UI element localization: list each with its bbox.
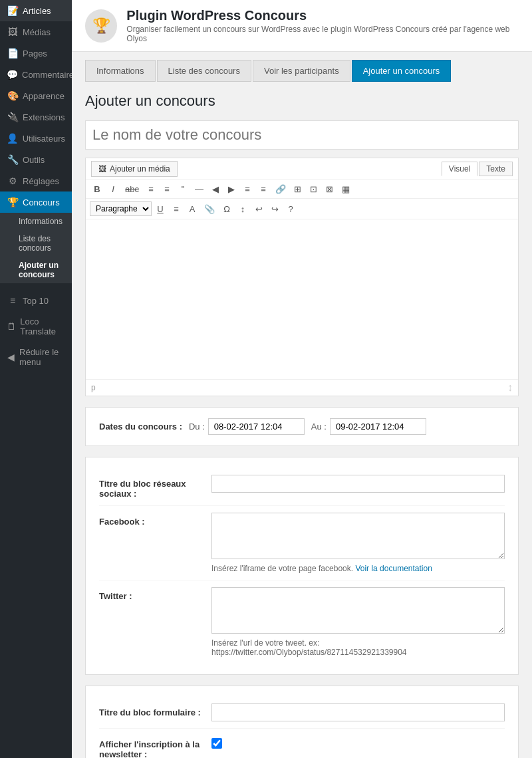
sidebar-subitem-informations[interactable]: Informations <box>0 213 72 230</box>
tab-informations[interactable]: Informations <box>85 60 156 82</box>
format-select[interactable]: Paragraphe <box>90 201 152 216</box>
sidebar-item-label: Apparence <box>23 91 65 101</box>
date-au-group: Au : <box>311 418 426 435</box>
editor-toolbar-row1: B I abc ≡ ≡ " — ◀ ▶ ≡ ≡ 🔗 ⊞ ⊡ ⊠ ▦ <box>86 180 518 199</box>
plugin-logo: 🏆 <box>85 9 117 43</box>
sidebar-item-label: Utilisateurs <box>23 134 65 144</box>
date-au-input[interactable] <box>330 418 426 435</box>
sidebar-item-label: Articles <box>23 6 51 16</box>
social-titre-row: Titre du bloc réseaux sociaux : <box>99 468 505 506</box>
sidebar-subitem-ajouter-un-concours[interactable]: Ajouter un concours <box>0 257 72 283</box>
align-right-button[interactable]: ≡ <box>240 183 255 195</box>
dates-row: Dates du concours : Du : Au : <box>99 418 505 435</box>
tab-liste-des-concours[interactable]: Liste des concours <box>157 60 251 82</box>
twitter-field: Insérez l'url de votre tweet. ex: https:… <box>211 587 505 657</box>
sidebar-item-articles[interactable]: 📝 Articles <box>0 0 72 21</box>
concours-submenu: Informations Liste des concours Ajouter … <box>0 213 72 283</box>
sidebar-item-commentaires[interactable]: 💬 Commentaires <box>0 64 72 85</box>
justify-button[interactable]: ≡ <box>169 203 184 215</box>
sidebar-item-loco-translate[interactable]: 🗒 Loco Translate <box>0 311 72 342</box>
sidebar-item-label: Outils <box>23 155 45 165</box>
sidebar-item-label: Réduire le menu <box>19 347 65 367</box>
ordered-list-button[interactable]: ≡ <box>160 183 174 195</box>
insert-more-button[interactable]: ⊞ <box>291 183 305 195</box>
commentaires-icon: 💬 <box>7 69 18 80</box>
editor-body[interactable] <box>86 219 518 379</box>
editor-toolbar-row2: Paragraphe U ≡ A 📎 Ω ↕ ↩ ↪ ? <box>86 199 518 219</box>
underline-button[interactable]: U <box>153 203 168 215</box>
add-media-button[interactable]: 🖼 Ajouter un média <box>91 161 178 177</box>
paste-button[interactable]: 📎 <box>201 203 218 215</box>
date-du-group: Du : <box>189 418 305 435</box>
sidebar-item-outils[interactable]: 🔧 Outils <box>0 149 72 170</box>
kitchen-sink-button[interactable]: ▦ <box>338 183 353 195</box>
sidebar-item-reglages[interactable]: ⚙ Réglages <box>0 170 72 191</box>
sidebar-item-concours[interactable]: 🏆 Concours <box>0 191 72 213</box>
date-du-input[interactable] <box>208 418 305 435</box>
sidebar-item-pages[interactable]: 📄 Pages <box>0 43 72 64</box>
social-titre-input[interactable] <box>211 475 505 493</box>
fullscreen-button[interactable]: ⊠ <box>323 183 337 195</box>
facebook-doc-link[interactable]: Voir la documentation <box>355 564 432 573</box>
sidebar-item-utilisateurs[interactable]: 👤 Utilisateurs <box>0 128 72 149</box>
align-justify-button[interactable]: ≡ <box>256 183 271 195</box>
align-left-button[interactable]: ◀ <box>208 183 223 195</box>
sidebar-item-reduire-menu[interactable]: ◀ Réduire le menu <box>0 342 72 372</box>
articles-icon: 📝 <box>7 5 19 16</box>
contest-name-input[interactable] <box>85 120 519 150</box>
bold-button[interactable]: B <box>90 183 104 195</box>
sidebar-item-label: Concours <box>23 197 60 207</box>
facebook-label: Facebook : <box>99 513 202 527</box>
twitter-label: Twitter : <box>99 587 202 601</box>
special-char-button[interactable]: Ω <box>219 203 234 215</box>
tab-ajouter-un-concours[interactable]: Ajouter un concours <box>352 60 452 82</box>
social-titre-field <box>211 475 505 493</box>
newsletter-checkbox-group <box>211 735 505 749</box>
sidebar-item-top10[interactable]: ≡ Top 10 <box>0 290 72 311</box>
twitter-textarea[interactable] <box>211 587 505 634</box>
sidebar-item-apparence[interactable]: 🎨 Apparence <box>0 85 72 106</box>
twitter-row: Twitter : Insérez l'url de votre tweet. … <box>99 580 505 664</box>
align-center-button[interactable]: ▶ <box>224 183 239 195</box>
plugin-logo-icon: 🏆 <box>92 17 110 35</box>
text-view-button[interactable]: Texte <box>479 162 513 176</box>
reglages-icon: ⚙ <box>7 176 19 186</box>
editor-resize-handle[interactable]: ↕ <box>507 382 513 394</box>
page-content: Ajouter un concours 🖼 Ajouter un média V… <box>72 82 532 758</box>
editor-view-buttons: Visuel Texte <box>442 162 513 176</box>
page-title: Ajouter un concours <box>85 92 519 110</box>
plugin-title: Plugin WordPress Concours <box>126 8 519 23</box>
facebook-textarea[interactable] <box>211 513 505 559</box>
facebook-hint: Insérez l'iframe de votre page facebook.… <box>211 564 505 573</box>
strikethrough-button[interactable]: abc <box>122 183 142 195</box>
text-color-button[interactable]: A <box>185 203 200 215</box>
undo-button[interactable]: ↩ <box>251 203 266 215</box>
italic-button[interactable]: I <box>106 183 120 195</box>
newsletter-field <box>211 735 505 749</box>
form-titre-input[interactable] <box>211 703 505 721</box>
editor-tag: p <box>91 383 96 392</box>
sidebar-item-label: Réglages <box>23 176 59 186</box>
blockquote-button[interactable]: " <box>176 183 190 195</box>
indent-button[interactable]: ↕ <box>235 203 250 215</box>
help-button[interactable]: ? <box>283 203 298 215</box>
link-button[interactable]: 🔗 <box>272 183 289 195</box>
unordered-list-button[interactable]: ≡ <box>144 183 158 195</box>
social-titre-label: Titre du bloc réseaux sociaux : <box>99 475 202 499</box>
form-titre-row: Titre du bloc formulaire : <box>99 697 505 729</box>
sidebar-item-extensions[interactable]: 🔌 Extensions <box>0 106 72 128</box>
horizontal-rule-button[interactable]: — <box>192 183 207 195</box>
visual-view-button[interactable]: Visuel <box>442 162 477 176</box>
tab-voir-les-participants[interactable]: Voir les participants <box>253 60 350 82</box>
date-du-label: Du : <box>189 422 205 432</box>
twitter-hint: Insérez l'url de votre tweet. ex: https:… <box>211 638 505 657</box>
newsletter-checkbox[interactable] <box>211 738 222 749</box>
newsletter-row: Afficher l'inscription à la newsletter : <box>99 729 505 758</box>
toolbar-toggle-button[interactable]: ⊡ <box>307 183 321 195</box>
sidebar-item-medias[interactable]: 🖼 Médias <box>0 21 72 43</box>
extensions-icon: 🔌 <box>7 112 19 122</box>
redo-button[interactable]: ↪ <box>267 203 282 215</box>
medias-icon: 🖼 <box>7 27 19 37</box>
sidebar-subitem-liste-des-concours[interactable]: Liste des concours <box>0 230 72 257</box>
outils-icon: 🔧 <box>7 154 19 165</box>
